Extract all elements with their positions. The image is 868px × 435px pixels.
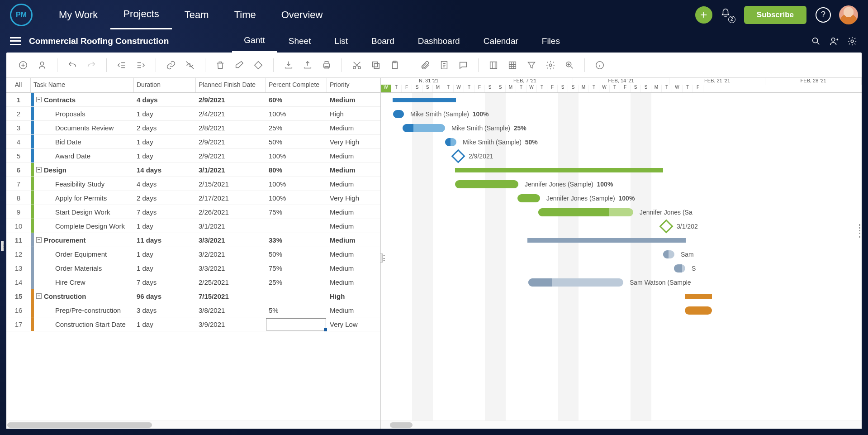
gantt-row: Mike Smith (Sample) 100%: [381, 107, 862, 121]
svg-rect-7: [325, 66, 328, 69]
task-bar[interactable]: [674, 264, 685, 272]
tab-list[interactable]: List: [323, 29, 360, 53]
task-row[interactable]: 6−Design14 days3/1/202180%Medium: [6, 163, 380, 177]
gear-icon[interactable]: [544, 59, 557, 72]
splitter-handle[interactable]: ⋮: [380, 253, 383, 263]
attach-icon[interactable]: [419, 59, 432, 72]
summary-bar[interactable]: [455, 168, 663, 172]
nav-time[interactable]: Time: [222, 0, 269, 29]
cut-icon[interactable]: [351, 59, 363, 72]
erase-icon[interactable]: [233, 59, 246, 72]
task-bar[interactable]: [538, 208, 633, 216]
task-row[interactable]: 8Apply for Permits2 days2/17/2021100%Ver…: [6, 191, 380, 205]
help-icon[interactable]: ?: [816, 7, 831, 23]
col-finish-date[interactable]: Planned Finish Date: [196, 78, 266, 92]
task-row[interactable]: 10Complete Design Work1 day3/1/2021Mediu…: [6, 219, 380, 233]
tab-board[interactable]: Board: [360, 29, 406, 53]
clear-icon[interactable]: [252, 59, 265, 72]
undo-icon[interactable]: [66, 59, 79, 72]
nav-projects[interactable]: Projects: [110, 0, 171, 29]
task-grid[interactable]: All Task Name Duration Planned Finish Da…: [6, 78, 381, 429]
print-icon[interactable]: [320, 59, 333, 72]
unlink-icon[interactable]: [184, 59, 196, 72]
collapse-icon[interactable]: −: [36, 237, 42, 243]
tab-gantt[interactable]: Gantt: [232, 29, 276, 53]
filter-icon[interactable]: [525, 59, 538, 72]
add-user-icon[interactable]: [829, 36, 839, 46]
summary-bar[interactable]: [393, 98, 456, 102]
info-icon[interactable]: [593, 59, 606, 72]
col-priority[interactable]: Priority: [327, 78, 375, 92]
task-bar[interactable]: [403, 124, 445, 132]
outdent-icon[interactable]: [115, 59, 128, 72]
collapse-handle[interactable]: [1, 241, 4, 251]
task-row[interactable]: 11−Procurement11 days3/3/202133%Medium: [6, 233, 380, 247]
assign-icon[interactable]: [36, 59, 48, 72]
task-row[interactable]: 9Start Design Work7 days2/26/202175%Medi…: [6, 205, 380, 219]
task-bar[interactable]: [445, 138, 456, 146]
task-row[interactable]: 16Prep/Pre-construction3 days3/8/20215%M…: [6, 303, 380, 317]
task-row[interactable]: 2Proposals1 day2/4/2021100%High: [6, 107, 380, 121]
task-row[interactable]: 3Documents Review2 days2/8/202125%Medium: [6, 121, 380, 135]
task-row[interactable]: 13Order Materials1 day3/3/202175%Medium: [6, 261, 380, 275]
task-row[interactable]: 17Construction Start Date1 day3/9/2021Ve…: [6, 317, 380, 331]
logo[interactable]: PM: [10, 4, 33, 26]
col-name[interactable]: Task Name: [31, 78, 134, 92]
paste-icon[interactable]: [389, 59, 401, 72]
summary-bar[interactable]: [685, 294, 712, 299]
search-icon[interactable]: [811, 36, 821, 46]
add-task-icon[interactable]: [17, 59, 29, 72]
task-bar[interactable]: [455, 180, 518, 188]
task-bar[interactable]: [517, 194, 540, 202]
indent-icon[interactable]: [134, 59, 147, 72]
task-bar[interactable]: [528, 278, 623, 287]
task-bar[interactable]: [393, 110, 404, 118]
export-icon[interactable]: [301, 59, 314, 72]
summary-bar[interactable]: [527, 238, 686, 243]
grid-icon[interactable]: [506, 59, 519, 72]
tab-calendar[interactable]: Calendar: [472, 29, 530, 53]
notifications-icon[interactable]: 2: [721, 8, 734, 22]
trash-icon[interactable]: [214, 59, 227, 72]
col-duration[interactable]: Duration: [134, 78, 196, 92]
copy-icon[interactable]: [370, 59, 382, 72]
task-row[interactable]: 4Bid Date1 day2/9/202150%Very High: [6, 135, 380, 149]
task-bar[interactable]: [663, 250, 674, 258]
task-row[interactable]: 14Hire Crew7 days2/25/202125%Medium: [6, 275, 380, 289]
task-row[interactable]: 5Award Date1 day2/9/2021100%Medium: [6, 149, 380, 163]
task-bar[interactable]: [685, 306, 712, 315]
grid-scrollbar[interactable]: [6, 421, 380, 429]
tab-dashboard[interactable]: Dashboard: [406, 29, 472, 53]
collapse-icon[interactable]: −: [36, 167, 42, 172]
notes-icon[interactable]: [438, 59, 451, 72]
nav-my-work[interactable]: My Work: [46, 0, 110, 29]
nav-team[interactable]: Team: [172, 0, 222, 29]
avatar[interactable]: [839, 5, 858, 24]
comment-icon[interactable]: [457, 59, 470, 72]
tab-sheet[interactable]: Sheet: [277, 29, 323, 53]
nav-overview[interactable]: Overview: [269, 0, 336, 29]
task-row[interactable]: 12Order Equipment1 day3/2/202150%Medium: [6, 247, 380, 261]
zoom-icon[interactable]: [563, 59, 576, 72]
columns-icon[interactable]: [487, 59, 500, 72]
settings-icon[interactable]: [847, 36, 857, 46]
milestone-diamond[interactable]: [451, 149, 465, 163]
add-button[interactable]: +: [695, 6, 712, 24]
milestone-diamond[interactable]: [659, 219, 673, 233]
gantt-chart[interactable]: N, 31 '21FEB, 7 '21FEB, 14 '21FEB, 21 '2…: [381, 78, 862, 429]
task-row[interactable]: 7Feasibility Study4 days2/15/2021100%Med…: [6, 177, 380, 191]
link-icon[interactable]: [165, 59, 177, 72]
right-splitter[interactable]: [859, 224, 862, 238]
task-row[interactable]: 1−Contracts4 days2/9/202160%Medium: [6, 93, 380, 107]
subscribe-button[interactable]: Subscribe: [744, 6, 806, 24]
col-percent[interactable]: Percent Complete: [266, 78, 327, 92]
menu-icon[interactable]: [10, 37, 21, 45]
redo-icon[interactable]: [85, 59, 98, 72]
collapse-icon[interactable]: −: [36, 293, 42, 299]
col-all[interactable]: All: [6, 78, 31, 92]
collapse-icon[interactable]: −: [36, 97, 42, 102]
import-icon[interactable]: [282, 59, 295, 72]
gantt-scrollbar[interactable]: [381, 421, 862, 429]
tab-files[interactable]: Files: [530, 29, 572, 53]
task-row[interactable]: 15−Construction96 days7/15/2021High: [6, 289, 380, 303]
